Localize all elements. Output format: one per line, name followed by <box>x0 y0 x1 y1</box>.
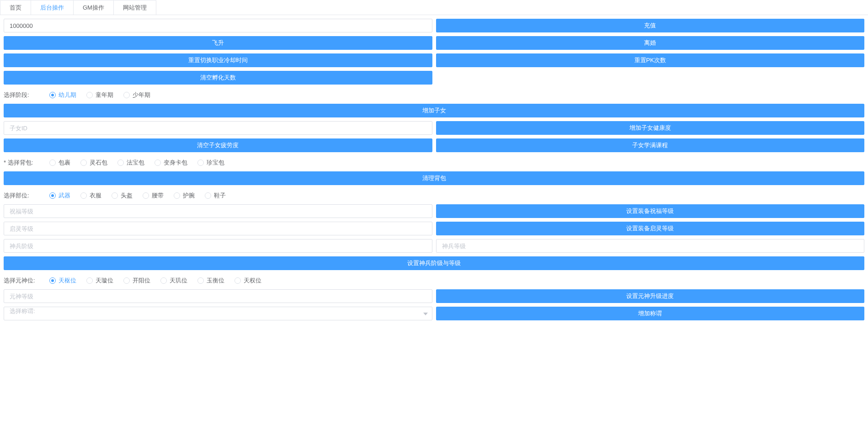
bag-label: 选择背包: <box>4 159 36 167</box>
clear-bag-button[interactable]: 清理背包 <box>4 171 864 185</box>
part-field: 选择部位: 武器 衣服 头盔 腰带 护腕 鞋子 <box>4 189 864 204</box>
chevron-down-icon <box>423 313 428 315</box>
radio-bag-0[interactable]: 包裹 <box>49 159 70 167</box>
yuanshen-field: 选择元神位: 天枢位 天璇位 开阳位 天玑位 玉衡位 天权位 <box>4 274 864 289</box>
qiling-level-input[interactable] <box>4 222 432 235</box>
radio-yuanshen-3[interactable]: 天玑位 <box>160 276 187 285</box>
radio-part-1[interactable]: 衣服 <box>80 191 101 200</box>
radio-part-3[interactable]: 腰带 <box>143 191 164 200</box>
yuanshen-label: 选择元神位: <box>4 276 36 285</box>
part-radio-group: 武器 衣服 头盔 腰带 护腕 鞋子 <box>49 191 226 200</box>
tab-home[interactable]: 首页 <box>0 0 31 15</box>
tab-site[interactable]: 网站管理 <box>113 0 156 15</box>
radio-part-5[interactable]: 鞋子 <box>205 191 226 200</box>
tab-panel-backend: 充值 飞升 离婚 重置切换职业冷却时间 重置PK次数 清空孵化天数 选择阶段: … <box>0 15 868 328</box>
reset-pk-button[interactable]: 重置PK次数 <box>436 53 865 67</box>
amount-input[interactable] <box>4 19 432 32</box>
radio-part-4[interactable]: 护腕 <box>174 191 195 200</box>
shenbing-stage-input[interactable] <box>4 239 432 253</box>
set-bless-button[interactable]: 设置装备祝福等级 <box>436 204 865 218</box>
radio-yuanshen-0[interactable]: 天枢位 <box>49 276 76 285</box>
radio-bag-1[interactable]: 灵石包 <box>80 159 107 167</box>
part-label: 选择部位: <box>4 191 36 200</box>
radio-yuanshen-2[interactable]: 开阳位 <box>123 276 150 285</box>
stage-field: 选择阶段: 幼儿期 童年期 少年期 <box>4 88 864 104</box>
add-child-hp-button[interactable]: 增加子女健康度 <box>436 121 865 135</box>
shenbing-level-input[interactable] <box>436 239 865 253</box>
bag-radio-group: 包裹 灵石包 法宝包 变身卡包 珍宝包 <box>49 159 224 167</box>
set-yuanshen-button[interactable]: 设置元神升级进度 <box>436 289 865 303</box>
divorce-button[interactable]: 离婚 <box>436 36 865 50</box>
clear-hatch-button[interactable]: 清空孵化天数 <box>4 71 432 85</box>
recharge-button[interactable]: 充值 <box>436 19 865 32</box>
title-select-value: 选择称谓: <box>4 307 432 320</box>
radio-part-0[interactable]: 武器 <box>49 191 70 200</box>
stage-label: 选择阶段: <box>4 91 36 99</box>
bag-field: 选择背包: 包裹 灵石包 法宝包 变身卡包 珍宝包 <box>4 156 864 171</box>
child-id-input[interactable] <box>4 121 432 135</box>
child-full-course-button[interactable]: 子女学满课程 <box>436 138 865 152</box>
yuanshen-radio-group: 天枢位 天璇位 开阳位 天玑位 玉衡位 天权位 <box>49 276 261 285</box>
radio-yuanshen-1[interactable]: 天璇位 <box>86 276 113 285</box>
bless-level-input[interactable] <box>4 204 432 218</box>
set-qiling-button[interactable]: 设置装备启灵等级 <box>436 222 865 235</box>
nav-tabs: 首页 后台操作 GM操作 网站管理 <box>0 0 868 15</box>
ascend-button[interactable]: 飞升 <box>4 36 432 50</box>
radio-bag-4[interactable]: 珍宝包 <box>197 159 224 167</box>
reset-job-cd-button[interactable]: 重置切换职业冷却时间 <box>4 53 432 67</box>
radio-yuanshen-4[interactable]: 玉衡位 <box>197 276 224 285</box>
add-title-button[interactable]: 增加称谓 <box>436 307 865 320</box>
radio-stage-1[interactable]: 童年期 <box>86 91 113 99</box>
title-select[interactable]: 选择称谓: <box>4 307 432 320</box>
set-shenbing-button[interactable]: 设置神兵阶级与等级 <box>4 256 864 270</box>
add-child-button[interactable]: 增加子女 <box>4 104 864 117</box>
tab-gm[interactable]: GM操作 <box>73 0 114 15</box>
yuanshen-level-input[interactable] <box>4 289 432 303</box>
stage-radio-group: 幼儿期 童年期 少年期 <box>49 91 150 99</box>
radio-stage-2[interactable]: 少年期 <box>123 91 150 99</box>
radio-stage-0[interactable]: 幼儿期 <box>49 91 76 99</box>
radio-yuanshen-5[interactable]: 天权位 <box>234 276 261 285</box>
clear-child-fatigue-button[interactable]: 清空子女疲劳度 <box>4 138 432 152</box>
radio-bag-3[interactable]: 变身卡包 <box>154 159 187 167</box>
radio-part-2[interactable]: 头盔 <box>112 191 133 200</box>
radio-bag-2[interactable]: 法宝包 <box>117 159 144 167</box>
tab-backend[interactable]: 后台操作 <box>31 0 74 15</box>
